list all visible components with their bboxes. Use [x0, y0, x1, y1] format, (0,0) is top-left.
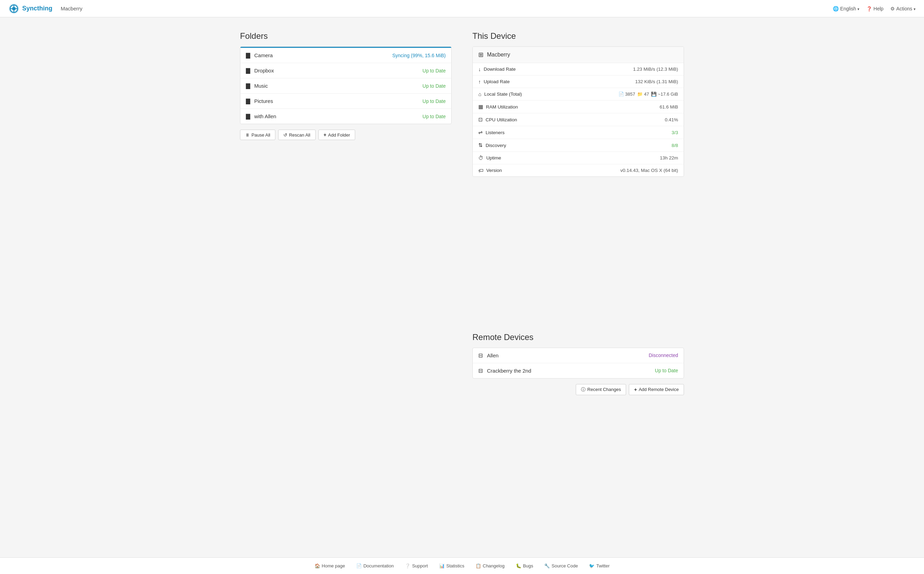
folder-list: ▇CameraSyncing (99%, 15.6 MiB)▇DropboxUp…	[240, 46, 452, 124]
stat-value: 0.41%	[665, 117, 678, 122]
language-selector[interactable]: English	[833, 6, 859, 11]
footer-link-label: Changelog	[483, 563, 505, 568]
footer: 🏠Home page📄Documentation❔Support📊Statist…	[0, 557, 924, 574]
brand-name: Syncthing	[22, 5, 52, 12]
pause-all-button[interactable]: Pause All	[240, 129, 275, 140]
folder-item[interactable]: ▇PicturesUp to Date	[240, 94, 451, 109]
gear-icon	[890, 6, 895, 11]
actions-menu[interactable]: Actions	[890, 6, 916, 11]
stat-row: ⇌Listeners3/3	[473, 126, 684, 139]
remote-device-icon: ⊟	[478, 367, 483, 374]
device-stats: ↓Download Rate1.23 MiB/s (12.3 MiB)↑Uplo…	[473, 63, 684, 177]
changelog-icon: 📋	[475, 563, 481, 568]
footer-link-documentation[interactable]: 📄Documentation	[356, 563, 394, 568]
folder-status: Up to Date	[422, 83, 446, 89]
remote-device-status: Disconnected	[649, 353, 678, 358]
folders-title: Folders	[240, 31, 452, 41]
pause-icon	[245, 132, 250, 137]
remote-device-name: Allen	[487, 353, 649, 358]
navbar: Syncthing Macberry English Help Actions	[0, 0, 924, 17]
home-icon: ⌂	[478, 91, 482, 97]
this-device-title: This Device	[472, 31, 684, 41]
folder-status: Up to Date	[422, 114, 446, 119]
remote-device-actions: Recent Changes Add Remote Device	[472, 384, 684, 395]
footer-link-twitter[interactable]: 🐦Twitter	[589, 563, 610, 568]
footer-link-source-code[interactable]: 🔧Source Code	[544, 563, 578, 568]
folder-actions: Pause All Rescan All Add Folder	[240, 129, 452, 140]
add-remote-device-button[interactable]: Add Remote Device	[629, 384, 684, 395]
remote-devices-title: Remote Devices	[472, 333, 684, 342]
folder-item[interactable]: ▇with AllenUp to Date	[240, 109, 451, 124]
stat-label: ⌂Local State (Total)	[478, 91, 618, 97]
footer-link-label: Twitter	[596, 563, 610, 568]
device-header: ⊞ Macberry	[473, 47, 684, 63]
footer-link-changelog[interactable]: 📋Changelog	[475, 563, 505, 568]
stat-label: ↓Download Rate	[478, 66, 633, 72]
pause-all-label: Pause All	[251, 132, 270, 137]
docs-icon: 📄	[356, 563, 362, 568]
footer-link-home-page[interactable]: 🏠Home page	[314, 563, 345, 568]
folder-name: Dropbox	[254, 68, 422, 74]
stat-row: 🏷Versionv0.14.43, Mac OS X (64 bit)	[473, 164, 684, 177]
footer-link-support[interactable]: ❔Support	[405, 563, 428, 568]
main-content: Folders ▇CameraSyncing (99%, 15.6 MiB)▇D…	[219, 17, 705, 557]
language-label: English	[840, 6, 856, 11]
folder-icon: ▇	[246, 52, 250, 58]
footer-link-statistics[interactable]: 📊Statistics	[439, 563, 464, 568]
help-link[interactable]: Help	[866, 6, 883, 11]
homepage-icon: 🏠	[314, 563, 320, 568]
lang-chevron-icon	[858, 6, 859, 11]
stat-row: ↓Download Rate1.23 MiB/s (12.3 MiB)	[473, 63, 684, 76]
footer-link-bugs[interactable]: 🐛Bugs	[516, 563, 534, 568]
stat-label: 🏷Version	[478, 167, 620, 173]
stat-value: v0.14.43, Mac OS X (64 bit)	[620, 168, 678, 173]
stat-value: 📄 3857📁 47💾 ~17.6 GiB	[618, 91, 678, 97]
stat-row: ↑Upload Rate132 KiB/s (1.31 MiB)	[473, 76, 684, 88]
recent-changes-icon	[581, 386, 586, 393]
help-label: Help	[873, 6, 883, 11]
folder-item[interactable]: ▇DropboxUp to Date	[240, 63, 451, 78]
folder-status: Up to Date	[422, 68, 446, 74]
remote-device-list: ⊟AllenDisconnected⊟Crackberry the 2ndUp …	[472, 348, 684, 378]
add-folder-button[interactable]: Add Folder	[318, 129, 355, 140]
tag-icon: 🏷	[478, 167, 483, 173]
remote-device-item[interactable]: ⊟Crackberry the 2ndUp to Date	[473, 363, 684, 378]
folder-item[interactable]: ▇MusicUp to Date	[240, 78, 451, 94]
actions-label: Actions	[896, 6, 912, 11]
rescan-icon	[283, 132, 287, 137]
stat-value: 3/3	[671, 130, 678, 135]
question-icon	[866, 6, 872, 11]
footer-link-label: Source Code	[551, 563, 578, 568]
stat-label: ↑Upload Rate	[478, 79, 635, 85]
footer-link-label: Support	[412, 563, 428, 568]
stat-row: ⏱Uptime13h 22m	[473, 152, 684, 164]
remote-device-name: Crackberry the 2nd	[487, 368, 655, 374]
upload-icon: ↑	[478, 79, 481, 85]
this-device-section: This Device ⊞ Macberry ↓Download Rate1.2…	[472, 31, 684, 325]
brand-logo[interactable]: Syncthing	[8, 3, 52, 14]
folder-icon: ▇	[246, 98, 250, 104]
cpu-icon: ⊡	[478, 117, 483, 123]
svg-point-2	[12, 7, 16, 10]
recent-changes-label: Recent Changes	[587, 387, 621, 392]
device-name: Macberry	[487, 52, 510, 58]
hostname-label: Macberry	[61, 6, 82, 11]
folder-item[interactable]: ▇CameraSyncing (99%, 15.6 MiB)	[240, 47, 451, 63]
rescan-all-button[interactable]: Rescan All	[278, 129, 315, 140]
stats-icon: 📊	[439, 563, 445, 568]
add-remote-label: Add Remote Device	[638, 387, 679, 392]
support-icon: ❔	[405, 563, 410, 568]
remote-device-status: Up to Date	[655, 368, 678, 373]
actions-chevron-icon	[914, 6, 916, 11]
remote-device-item[interactable]: ⊟AllenDisconnected	[473, 348, 684, 363]
listeners-icon: ⇌	[478, 129, 483, 136]
add-folder-label: Add Folder	[328, 132, 350, 137]
recent-changes-button[interactable]: Recent Changes	[576, 384, 626, 395]
stat-label: ⇌Listeners	[478, 129, 671, 136]
folder-icon: ▇	[246, 82, 250, 89]
folder-name: Pictures	[254, 98, 422, 104]
stat-label: ⇅Discovery	[478, 142, 671, 148]
clock-icon: ⏱	[478, 155, 483, 161]
source-icon: 🔧	[544, 563, 550, 568]
folder-icon: ▇	[246, 67, 250, 74]
